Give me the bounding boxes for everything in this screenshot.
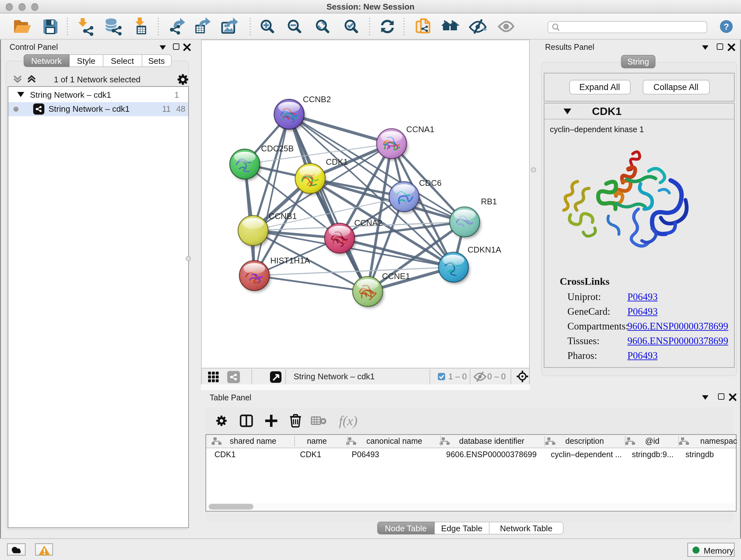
svg-text:CDC25B: CDC25B xyxy=(261,144,293,153)
svg-text:CCNB1: CCNB1 xyxy=(268,211,296,221)
svg-text:CCNE1: CCNE1 xyxy=(382,271,410,281)
svg-text:CCNB2: CCNB2 xyxy=(302,95,331,104)
svg-text:CCNA2: CCNA2 xyxy=(354,218,382,228)
svg-text:CCNA1: CCNA1 xyxy=(406,125,434,134)
svg-text:CDC6: CDC6 xyxy=(419,178,441,188)
svg-text:CDK1: CDK1 xyxy=(326,157,347,167)
svg-text:HIST1H1A: HIST1H1A xyxy=(270,256,310,265)
svg-text:RB1: RB1 xyxy=(481,197,497,206)
svg-text:f(x): f(x) xyxy=(339,414,357,428)
svg-text:CDKN1A: CDKN1A xyxy=(467,245,501,254)
svg-text:?: ? xyxy=(724,22,729,32)
